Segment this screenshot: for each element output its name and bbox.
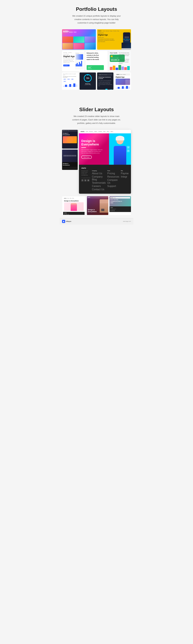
logo-icon [62,220,65,223]
slider-section: Slider Layouts We created 23 creative sl… [60,96,133,218]
slider-description: We created 23 creative slider layouts to… [72,114,122,125]
resources-link[interactable]: Resources [107,175,119,178]
social-links[interactable]: f y in [81,179,90,182]
visa-card: Your Cards VISA $39,000.15 [87,65,104,70]
sc-nav-1: starto Home Blog Slider [63,197,84,199]
released-text: Released in 2014,Activity is the firstco… [87,52,106,60]
portfolio-card-colorful[interactable]: portfolio Technology Branding Apps [62,29,96,50]
see-more-btn[interactable]: See More → [63,64,70,66]
portfolio-card-starto[interactable]: starto Home Services Pages Portfolio Blo… [97,29,131,50]
careers-link[interactable]: Careers [92,185,106,188]
payme-link[interactable]: Payme [121,172,128,175]
da3-title: Digital Age [116,76,130,78]
hero-sub: Duis consectetur magna aenean. Morbi nec… [81,149,103,154]
svg-marker-0 [63,220,64,222]
retaining-title: Retaining Customers at Scale [98,76,112,79]
about-us-link[interactable]: About Us [92,172,106,175]
hero-divider [81,147,86,148]
slider-brand: starto [80,131,84,132]
portfolio-card-stats[interactable]: The mediocre ones run a quick hand The b… [62,72,78,90]
testimonials-link[interactable]: Testimonials [92,182,106,184]
logo-svg [63,220,64,222]
portfolio-card-retaining[interactable]: starto Home Services Retaining Customers… [97,72,114,90]
facebook-icon[interactable]: f [81,179,84,182]
arrow-up[interactable]: ∧ [127,146,130,149]
hero-right: ∧ ∨ [109,134,131,165]
portfolio-row-1: portfolio Technology Branding Apps [62,29,131,50]
support-link[interactable]: Support [107,185,119,188]
slider-bottom-card-1[interactable]: starto Home Blog Slider Design is Everyw… [62,196,86,215]
slider-hero: Design is Everywhere Duis consectetur ma… [79,134,131,165]
stats-grid: +24% +67% -56% +46% [63,78,78,82]
slider-bottom-card-2[interactable]: starto Design isEverywhere [87,196,108,215]
slider-main-mockup: starto Home Services › Pages › Portfolio… [79,130,131,194]
twitter-icon[interactable]: y [84,179,86,182]
contact-link[interactable]: Contact Us [92,188,106,191]
footer-col-platform: Plat Payme Integr [121,170,128,191]
slider-small-card-2[interactable]: Design isEverywhere [62,150,78,170]
stats-desc: The bad ones turn for and have for the f… [63,76,78,78]
footer-copyright: © copyright 2016 starto [81,178,90,178]
design-everywhere-2: Design isEverywhere [63,163,77,166]
starto-logo: starto [98,30,102,32]
portfolio-header: Portfolio Layouts We created 15 unique p… [60,0,133,28]
design-everywhere-1: Design isEverywhere [63,132,77,136]
slider-header: Slider Layouts We created 23 creative sl… [60,100,133,128]
footer-url: www.tqgv.com [123,220,131,222]
slider-left-cards: starto Home Blog Design isEverywhere [62,130,78,194]
da-description: We craft designs and help and produce th… [63,58,76,64]
platform-col-title: Plat [121,170,128,171]
company-blog-link[interactable]: Company Blog [92,175,106,181]
slider-arrows[interactable]: ∧ ∨ [127,146,130,152]
slider-title: Slider Layouts [64,107,128,112]
starto-nav-links: Home Services Pages Portfolio Blog [102,30,119,32]
slider-main-area: starto Home Blog Design isEverywhere [60,128,133,195]
card-text-right: Cras chimseg brown bread. I said a load … [119,52,130,65]
retaining-chart [98,88,112,90]
portfolio-card-released[interactable]: Released in 2014,Activity is the firstco… [86,51,108,71]
view-project-btn[interactable]: View Project [81,156,92,159]
hero-left: Design is Everywhere Duis consectetur ma… [79,134,109,165]
slider-bottom-cards: starto Home Blog Slider Design is Everyw… [60,195,133,218]
footer-brand: starto [81,167,128,169]
slider-small-card-1[interactable]: starto Home Blog Design isEverywhere [62,130,78,148]
footer-col-company: Company About Us Company Blog Testimonia… [92,170,106,191]
stats-label: The mediocre ones run a quick hand [63,74,78,75]
portfolio-section: Portfolio Layouts We created 15 unique p… [60,0,133,96]
portfolio-row-2: Technology · Branding About Project Digi… [62,51,131,71]
main-slider-card[interactable]: starto Home Services › Pages › Portfolio… [79,130,131,194]
pricing-link[interactable]: Pricing [107,172,119,175]
slider-footer: starto 89 Kingsroad St.KG200 London.P.O.… [79,165,131,194]
portfolio-card-digital-white[interactable]: Technology · Branding About Project Digi… [62,51,84,71]
footer-brand-name: Alileyun [66,220,71,222]
portfolio-title: Portfolio Layouts [64,6,128,12]
slider-nav: Home Services › Pages › Portfolio › Blog… [86,131,114,132]
company-col-title: Company [92,170,106,171]
page-footer: Alileyun www.tqgv.com [60,218,133,224]
brand-logo: Alileyun [62,220,71,223]
footer-col-tools: Tools Pricing Resources Compare Us Suppo… [107,170,119,191]
slider-bottom-card-3[interactable]: starto Home Duis securitycompany by idea… [110,196,131,215]
hero-description: The meeting of two friends and happy wif… [98,38,115,42]
portfolio-description: We created 15 unique portfolio layouts t… [72,14,122,24]
portfolio-card-cards-ui[interactable]: Your Cards 4739 •••• •••• 1234 $39,000.1… [108,51,131,71]
slider-navbar: starto Home Services › Pages › Portfolio… [79,130,131,134]
starto-footer-brand: starto [110,207,130,208]
linkedin-icon[interactable]: in [87,179,90,182]
retaining-text: "Kyle stare for 'till' that walk future … [98,80,112,86]
bar-chart [110,64,130,70]
hero-headline: Design is Everywhere [81,139,107,146]
security-text: Duis securitycompany by idea in2002 [110,199,130,204]
footer-address: 89 Kingsroad St.KG200 London.P.O.Box 170… [81,170,90,176]
portfolio-grid: portfolio Technology Branding Apps [60,28,133,96]
integr-link[interactable]: Integr [121,175,128,178]
tools-col-title: Tools [107,170,119,171]
arrow-down[interactable]: ∨ [127,149,130,152]
starto-navbar: starto Home Services Pages Portfolio Blo… [98,30,130,32]
compare-link[interactable]: Compare Us [107,179,119,184]
portfolio-row-3: The mediocre ones run a quick hand The b… [62,72,131,90]
portfolio-card-dark-analytics[interactable]: 72% Retaining Customers at Scale [80,72,96,90]
design-everywhere-bottom-1: Design is Everywhere [64,200,84,202]
portfolio-card-digital-3[interactable]: starto Home Portfolio Digital Age [115,72,131,90]
